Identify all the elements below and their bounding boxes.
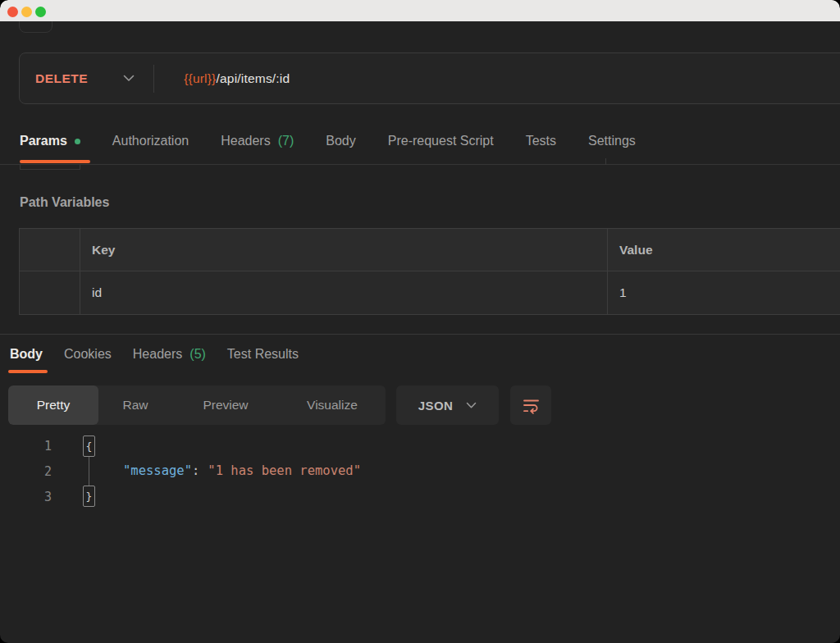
minimize-window-button[interactable] (21, 7, 32, 17)
path-variables-title: Path Variables (20, 195, 109, 210)
key-column-header: Key (80, 229, 608, 271)
macos-titlebar (0, 0, 840, 21)
method-selector[interactable]: DELETE (35, 71, 88, 86)
indent-guide (89, 457, 89, 486)
request-response-divider (0, 334, 840, 335)
request-url-bar: DELETE {{url}}/api/items/:id (19, 52, 840, 104)
tab-body[interactable]: Body (326, 134, 355, 148)
maximize-window-button[interactable] (35, 7, 46, 17)
chevron-down-icon (466, 402, 477, 409)
tab-headers[interactable]: Headers (7) (221, 134, 294, 148)
close-window-button[interactable] (7, 7, 18, 17)
row-select-cell[interactable] (20, 271, 80, 314)
app-screen: DELETE {{url}}/api/items/:id Params Auth… (0, 0, 840, 643)
value-cell[interactable]: 1 (608, 271, 840, 314)
wrap-text-icon (522, 396, 541, 415)
chevron-down-icon[interactable] (123, 75, 135, 82)
pane-divider-tick (605, 158, 606, 165)
response-tab-headers[interactable]: Headers (5) (133, 347, 206, 362)
response-tab-body[interactable]: Body (10, 347, 43, 362)
tab-pre-request-script[interactable]: Pre-request Script (388, 134, 494, 148)
line-number: 1 (29, 439, 52, 454)
path-variables-table: Key Value id 1 (19, 228, 840, 315)
view-preview-button[interactable]: Preview (172, 385, 279, 425)
key-cell[interactable]: id (80, 271, 608, 314)
url-path: /api/items/:id (217, 71, 290, 85)
fold-marker-open-brace[interactable]: { (83, 436, 95, 457)
response-headers-count-badge: (5) (189, 347, 206, 362)
response-tab-test-results[interactable]: Test Results (227, 347, 299, 362)
params-active-dot-icon (75, 139, 80, 144)
value-column-header: Value (608, 229, 840, 271)
tab-settings[interactable]: Settings (588, 134, 636, 148)
json-string-value: "1 has been removed" (208, 463, 361, 478)
tab-tests[interactable]: Tests (526, 134, 556, 148)
format-select[interactable]: JSON (396, 385, 499, 425)
request-tabs: Params Authorization Headers (7) Body Pr… (20, 119, 636, 162)
line-number: 3 (29, 490, 52, 504)
response-tabs: Body Cookies Headers (5) Test Results (10, 338, 299, 371)
tab-params[interactable]: Params (20, 134, 80, 148)
view-visualize-button[interactable]: Visualize (279, 385, 386, 425)
tabs-bottom-border (0, 164, 840, 165)
tabs-scrollbar-thumb[interactable] (20, 164, 80, 170)
response-view-switcher: Pretty Raw Preview Visualize (8, 385, 386, 425)
json-colon: : (192, 463, 199, 478)
view-pretty-button[interactable]: Pretty (8, 385, 98, 425)
headers-count-badge: (7) (278, 134, 294, 148)
wrap-text-button[interactable] (510, 385, 551, 425)
app-window: DELETE {{url}}/api/items/:id Params Auth… (0, 0, 840, 643)
select-column-header (20, 229, 80, 271)
view-raw-button[interactable]: Raw (98, 385, 172, 425)
active-tab-underline (20, 160, 90, 163)
json-message-line: "message":"1 has been removed" (123, 463, 361, 478)
url-variable: {{url}} (184, 71, 216, 85)
line-number: 2 (29, 464, 52, 479)
tab-authorization[interactable]: Authorization (112, 134, 189, 148)
url-input[interactable]: {{url}}/api/items/:id (184, 71, 290, 86)
json-key: "message" (123, 463, 192, 478)
fold-marker-close-brace[interactable]: } (83, 486, 95, 507)
response-active-tab-underline (8, 370, 48, 373)
response-tab-cookies[interactable]: Cookies (64, 347, 112, 362)
url-bar-divider (153, 65, 154, 93)
